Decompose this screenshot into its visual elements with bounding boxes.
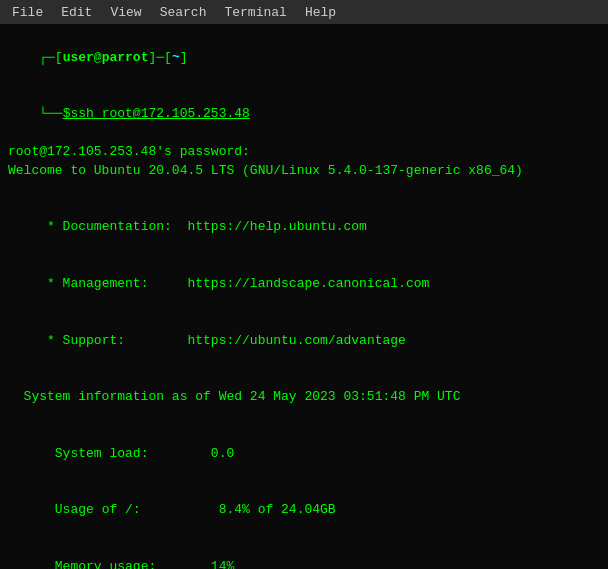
blank1	[8, 181, 600, 200]
sysinfo-line: System information as of Wed 24 May 2023…	[8, 388, 600, 407]
menu-terminal[interactable]: Terminal	[216, 3, 294, 22]
prompt-line: ┌─[user@parrot]─[~]	[8, 30, 600, 87]
menubar: File Edit View Search Terminal Help	[0, 0, 608, 24]
support-line: * Support: https://ubuntu.com/advantage	[8, 313, 600, 370]
mgmt-line: * Management: https://landscape.canonica…	[8, 256, 600, 313]
password-prompt-line: root@172.105.253.48's password:	[8, 143, 600, 162]
blank3	[8, 407, 600, 426]
mem-line: Memory usage: 14%	[8, 539, 600, 569]
menu-file[interactable]: File	[4, 3, 51, 22]
blank2	[8, 369, 600, 388]
menu-help[interactable]: Help	[297, 3, 344, 22]
menu-view[interactable]: View	[102, 3, 149, 22]
doc-line: * Documentation: https://help.ubuntu.com	[8, 200, 600, 257]
terminal[interactable]: ┌─[user@parrot]─[~] └──$ssh root@172.105…	[0, 24, 608, 569]
menu-edit[interactable]: Edit	[53, 3, 100, 22]
usage-line: Usage of /: 8.4% of 24.04GB	[8, 482, 600, 539]
welcome-line: Welcome to Ubuntu 20.04.5 LTS (GNU/Linux…	[8, 162, 600, 181]
menu-search[interactable]: Search	[152, 3, 215, 22]
sysload-line: System load: 0.0	[8, 426, 600, 483]
ssh-command-line: └──$ssh root@172.105.253.48	[8, 87, 600, 144]
